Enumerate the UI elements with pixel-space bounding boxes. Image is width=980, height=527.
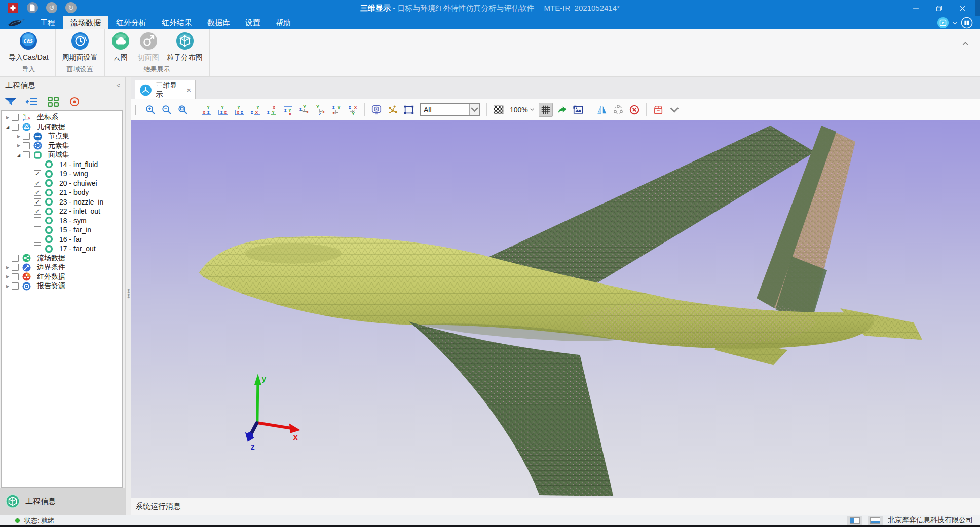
tree-checkbox[interactable]: ✓ (34, 189, 41, 196)
tree-checkbox[interactable] (34, 226, 41, 233)
select-region-icon[interactable] (402, 103, 416, 117)
snapshot-icon[interactable] (571, 103, 585, 117)
tree-row[interactable]: ▶红外数据 (2, 272, 122, 282)
tree-row[interactable]: 17 - far_out (2, 244, 122, 254)
locate-icon[interactable] (68, 96, 81, 107)
tree-expander-icon[interactable]: ▶ (4, 115, 12, 120)
close-icon[interactable] (951, 0, 974, 16)
tree-row[interactable]: 14 - int_fluid (2, 160, 122, 170)
menu-item-4[interactable]: 数据库 (200, 16, 238, 29)
viewport-3d[interactable]: y x z (131, 120, 980, 498)
panel-left-layout-icon[interactable] (847, 516, 862, 525)
view-front-icon[interactable]: Yxz (200, 103, 214, 117)
tree-expander-icon[interactable]: ▶ (4, 284, 12, 289)
dropdown-caret-icon[interactable] (952, 18, 958, 27)
cloud-group-icon[interactable] (611, 103, 625, 117)
menu-item-5[interactable]: 设置 (238, 16, 268, 29)
tree-checkbox[interactable] (12, 124, 19, 131)
tree-row[interactable]: ✓22 - inlet_out (2, 207, 122, 216)
tree-row[interactable]: ▶YZX坐标系 (2, 113, 122, 123)
list-view-icon[interactable] (25, 96, 39, 107)
grid-view-icon[interactable] (47, 96, 60, 107)
tree-row[interactable]: 18 - sym (2, 216, 122, 226)
tree-checkbox[interactable]: ✓ (34, 180, 41, 187)
tree-checkbox[interactable] (12, 255, 19, 262)
tree-checkbox[interactable] (23, 133, 30, 140)
tree-checkbox[interactable] (12, 273, 19, 280)
ribbon-button-0[interactable]: cas导入Cas/Dat (5, 32, 52, 62)
new-doc-icon[interactable] (26, 2, 39, 14)
tree-expander-icon[interactable]: ▶ (15, 143, 23, 148)
tree-expander-icon[interactable]: ▶ (4, 274, 12, 279)
toolbar-drag-handle[interactable] (135, 105, 138, 115)
mesh-grid-icon[interactable] (539, 103, 553, 117)
view-back-icon[interactable]: Yzx (216, 103, 230, 117)
projection-icon[interactable] (369, 103, 384, 117)
tree-checkbox[interactable] (12, 264, 19, 271)
tree-checkbox[interactable]: ✓ (34, 170, 41, 177)
ribbon-button-2[interactable]: 粒子分布图 (164, 32, 206, 62)
ribbon-button-0[interactable]: 云图 (108, 32, 133, 62)
caret-down-icon[interactable] (667, 103, 682, 117)
tree-row[interactable]: ▶报告资源 (2, 281, 122, 291)
tree-row[interactable]: ◢几何数据 (2, 123, 122, 132)
view-bottom-icon[interactable]: zYx (281, 103, 295, 117)
tree-row[interactable]: ▶节点集 (2, 132, 122, 141)
transparency-icon[interactable] (492, 103, 506, 117)
zoom-fit-icon[interactable] (176, 103, 190, 117)
tree-expander-icon[interactable]: ◢ (15, 153, 23, 157)
zoom-out-icon[interactable] (160, 103, 174, 117)
tab-3d-view[interactable]: 三维显示 × (135, 80, 196, 99)
menu-item-6[interactable]: 帮助 (268, 16, 298, 29)
ribbon-button-0[interactable]: 周期面设置 (59, 32, 101, 62)
view-iso-3-icon[interactable]: zYx (329, 103, 344, 117)
tree-row[interactable]: ◢面域集 (2, 150, 122, 160)
view-iso-1-icon[interactable]: zYx (297, 103, 311, 117)
tree-checkbox[interactable] (34, 217, 41, 224)
view-iso-4-icon[interactable]: zxY (346, 103, 360, 117)
panel-bottom-layout-icon[interactable] (868, 516, 883, 525)
tab-close-icon[interactable]: × (186, 86, 191, 94)
help-book-icon[interactable] (961, 17, 973, 29)
tree-checkbox[interactable] (23, 142, 30, 149)
tree-row[interactable]: ▶边界条件 (2, 263, 122, 272)
tree-expander-icon[interactable]: ▶ (4, 265, 12, 270)
redo-icon[interactable]: ↻ (65, 2, 77, 14)
menu-item-1[interactable]: 流场数据 (63, 16, 108, 29)
panel-splitter[interactable]: ●●●● (125, 77, 131, 515)
tree-checkbox[interactable] (34, 236, 41, 243)
view-right-icon[interactable]: Yzx (248, 103, 262, 117)
tree-row[interactable]: 16 - far (2, 235, 122, 245)
tree-expander-icon[interactable]: ◢ (4, 125, 12, 129)
tree-checkbox[interactable]: ✓ (34, 208, 41, 215)
mirror-icon[interactable] (595, 103, 609, 117)
undo-icon[interactable]: ↺ (46, 2, 58, 14)
style-switch-icon[interactable] (937, 17, 949, 29)
tree-checkbox[interactable] (34, 161, 41, 168)
tree-row[interactable]: ✓19 - wing (2, 169, 122, 179)
view-top-icon[interactable]: xzY (265, 103, 279, 117)
tree-row[interactable]: 流场数据 (2, 254, 122, 263)
tree-checkbox[interactable] (34, 245, 41, 252)
display-filter-combo[interactable]: All (420, 103, 480, 116)
zoom-in-icon[interactable] (143, 103, 158, 117)
panel-collapse-icon[interactable]: < (116, 82, 120, 89)
view-iso-2-icon[interactable]: Yxz (313, 103, 327, 117)
project-info-button[interactable]: 工程信息 (0, 488, 125, 515)
menu-item-2[interactable]: 红外分析 (108, 16, 154, 29)
tree-row[interactable]: ✓21 - body (2, 188, 122, 197)
tree-row[interactable]: 15 - far_in (2, 225, 122, 235)
delete-icon[interactable] (627, 103, 642, 117)
filter-icon[interactable] (4, 96, 17, 107)
tree-row[interactable]: ✓23 - nozzle_in (2, 197, 122, 207)
combo-caret-icon[interactable] (469, 104, 479, 115)
menu-item-3[interactable]: 红外结果 (154, 16, 200, 29)
archive-icon[interactable] (651, 103, 665, 117)
view-left-icon[interactable]: Yxz (232, 103, 246, 117)
minimize-icon[interactable] (904, 0, 927, 16)
tree-checkbox[interactable] (12, 282, 19, 290)
menu-item-0[interactable]: 工程 (32, 16, 63, 29)
export-icon[interactable] (555, 103, 569, 117)
tree-row[interactable]: ✓20 - chuiwei (2, 179, 122, 188)
tree-checkbox[interactable] (23, 151, 30, 158)
